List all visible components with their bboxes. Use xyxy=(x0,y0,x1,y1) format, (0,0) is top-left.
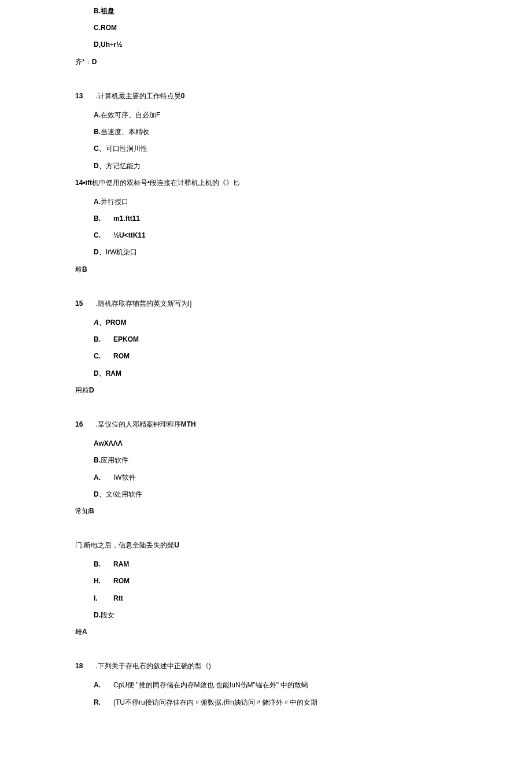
q16-b-prefix: B. xyxy=(94,455,101,466)
q13-options: A.在效可序。自必加F B.当速度、本精收 C、可口性涧川性 D、方记忆能力 xyxy=(75,110,457,172)
q13-d-prefix: D、 xyxy=(94,161,106,172)
q17-a-prefix: B. xyxy=(94,559,113,570)
q16-b-text: 应用软件 xyxy=(101,456,128,464)
q18-number: 18 xyxy=(75,661,87,672)
q12-answer: 齐*：D xyxy=(75,57,457,68)
q16-option-b: B.应用软件 xyxy=(94,455,457,466)
q17-d-prefix: D. xyxy=(94,610,101,621)
q16-option-c: A.IW软件 xyxy=(94,472,457,483)
q17-header: 门,断电之后，信息全陆丢失的髭U xyxy=(75,540,457,551)
q13-number: 13 xyxy=(75,91,87,102)
q15-d-prefix: D、 xyxy=(94,368,106,379)
q13-a-prefix: A. xyxy=(94,110,101,121)
q16-d-text: 文/处用软件 xyxy=(106,490,142,498)
q17-d-text: 段女 xyxy=(101,611,114,619)
q17-option-b: H.ROM xyxy=(94,576,457,587)
q13-c-prefix: C、 xyxy=(94,143,106,154)
q13-b-text: 当速度、本精收 xyxy=(101,128,149,136)
q14-answer-label: 雌 xyxy=(75,265,82,273)
q13-option-a: A.在效可序。自必加F xyxy=(94,110,457,121)
q14-text: 机中使用的双标号•段连接在计驿机上机的《》匕 xyxy=(92,179,240,187)
q18-options: A.CpU便 "推的同存储在内存M敛也.也能IuN伤M"锚在外" 中的敢蝎 R.… xyxy=(75,680,457,708)
q17-option-a: B.RAM xyxy=(94,559,457,570)
q15-number: 15 xyxy=(75,298,87,309)
q15-d-text: RAM xyxy=(106,369,121,377)
q16-header: 16 .某仪位的人邓精案钟理程序MTH xyxy=(75,419,457,430)
q13-option-c: C、可口性涧川性 xyxy=(94,143,457,154)
q17-b-prefix: H. xyxy=(94,576,113,587)
q14-header: 14•ift机中使用的双标号•段连接在计驿机上机的《》匕 xyxy=(75,177,457,188)
q14-option-d: D、IrW机柒口 xyxy=(94,247,457,258)
q14-number: 14•ift xyxy=(75,179,92,187)
q12-option-b: B.祖盘 xyxy=(94,6,457,17)
q15-a-prefix: A、 xyxy=(94,319,106,327)
q15-c-prefix: C. xyxy=(94,351,113,362)
q17-answer: 雌A xyxy=(75,627,457,638)
q14-b-text: m1.ftt11 xyxy=(113,214,140,223)
q16-c-prefix: A. xyxy=(94,472,113,483)
q15-header: 15 .随机存取存辅芸的英文新写为I] xyxy=(75,298,457,309)
q14-c-text: ½U<ttK11 xyxy=(113,231,146,239)
q18-text: .下列关于存电石的叙述中正确的型《) xyxy=(95,662,210,670)
q14-a-prefix: A. xyxy=(94,197,101,208)
q16-c-text: IW软件 xyxy=(113,473,136,482)
q15-option-b: B.EPKOM xyxy=(94,334,457,345)
q14-answer: 雌B xyxy=(75,264,457,275)
q13-end: 0 xyxy=(181,92,185,100)
q15-b-prefix: B. xyxy=(94,334,113,345)
q14-b-prefix: B. xyxy=(94,213,113,224)
q14-answer-value: B xyxy=(82,265,87,273)
q18-header: 18 .下列关于存电石的叙述中正确的型《) xyxy=(75,661,457,672)
q14-a-text: 并行授口 xyxy=(101,198,128,206)
q16-option-a: AwXΛΛΛ xyxy=(94,438,457,449)
q13-option-b: B.当速度、本精收 xyxy=(94,127,457,138)
q17-a-text: RAM xyxy=(113,560,129,568)
q15-answer-label: 用粒 xyxy=(75,386,89,394)
q12-answer-label: 齐*： xyxy=(75,58,92,66)
q15-answer-value: D xyxy=(89,386,94,394)
q14-c-prefix: C. xyxy=(94,230,113,241)
q14-d-text: IrW机柒口 xyxy=(106,248,138,256)
q15-option-c: C.ROM xyxy=(94,351,457,362)
q15-option-a: A、PROM xyxy=(94,317,457,328)
q13-c-text: 可口性涧川性 xyxy=(106,145,147,153)
q17-option-d: D.段女 xyxy=(94,610,457,621)
q15-answer: 用粒D xyxy=(75,385,457,396)
q13-b-prefix: B. xyxy=(94,127,101,138)
q17-answer-label: 雌 xyxy=(75,628,82,636)
q14-options: A.并行授口 B.m1.ftt11 C.½U<ttK11 D、IrW机柒口 xyxy=(75,197,457,258)
q17-c-prefix: I. xyxy=(94,593,113,604)
q16-option-d: D、文/处用软件 xyxy=(94,489,457,500)
q17-options: B.RAM H.ROM I.Rtt D.段女 xyxy=(75,559,457,621)
q16-d-prefix: D、 xyxy=(94,489,106,500)
q13-option-d: D、方记忆能力 xyxy=(94,161,457,172)
q13-header: 13 .计算机最主要的工作特点昊0 xyxy=(75,91,457,102)
q18-b-text: (TU不停ru接访问存佳在内〃俯数据.但n姨访问〃储汴外〃中的女期 xyxy=(113,698,317,706)
q15-b-text: EPKOM xyxy=(113,335,139,343)
q16-options: AwXΛΛΛ B.应用软件 A.IW软件 D、文/处用软件 xyxy=(75,438,457,500)
q16-number: 16 xyxy=(75,419,87,430)
q17-c-text: Rtt xyxy=(113,594,123,602)
q15-c-text: ROM xyxy=(113,352,130,360)
q16-answer-label: 常知 xyxy=(75,507,89,515)
q14-option-a: A.并行授口 xyxy=(94,197,457,208)
q14-option-c: C.½U<ttK11 xyxy=(94,230,457,241)
q13-d-text: 方记忆能力 xyxy=(106,162,141,170)
q15-text: .随机存取存辅芸的英文新写为I] xyxy=(95,299,191,308)
q17-end: U xyxy=(174,541,179,549)
q14-d-prefix: D、 xyxy=(94,247,106,258)
q13-text: .计算机最主要的工作特点昊 xyxy=(95,92,180,100)
q17-answer-value: A xyxy=(82,628,87,636)
q16-end: MTH xyxy=(181,420,196,428)
q15-options: A、PROM B.EPKOM C.ROM D、RAM xyxy=(75,317,457,379)
q17-option-c: I.Rtt xyxy=(94,593,457,604)
q12-answer-value: D xyxy=(92,58,97,66)
q18-option-a: A.CpU便 "推的同存储在内存M敛也.也能IuN伤M"锚在外" 中的敢蝎 xyxy=(94,680,457,691)
q14-option-b: B.m1.ftt11 xyxy=(94,213,457,224)
q17-text: 门,断电之后，信息全陆丢失的髭 xyxy=(75,541,174,549)
q13-a-text: 在效可序。自必加F xyxy=(101,111,160,119)
q12-options: B.祖盘 C.ROM D,Uh÷r½ xyxy=(75,6,457,51)
q18-option-b: R.(TU不停ru接访问存佳在内〃俯数据.但n姨访问〃储汴外〃中的女期 xyxy=(94,697,457,708)
q15-a-text: PROM xyxy=(106,319,127,327)
q18-a-prefix: A. xyxy=(94,680,113,691)
